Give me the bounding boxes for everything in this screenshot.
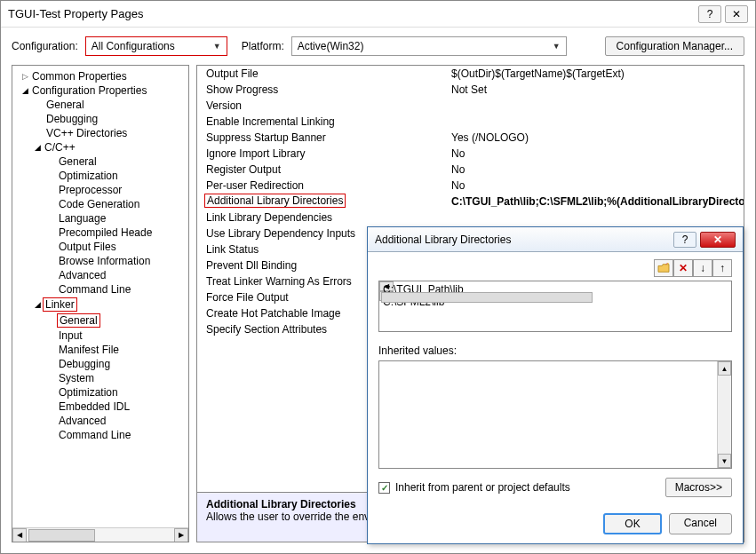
- property-value: Not Set: [446, 83, 744, 96]
- new-folder-button[interactable]: [654, 259, 673, 277]
- tree-cc-cmdline[interactable]: Command Line: [14, 282, 187, 297]
- tree-cc-codegen[interactable]: Code Generation: [14, 197, 187, 211]
- property-name: Additional Library Directories: [204, 194, 346, 208]
- tree-cc-optimization[interactable]: Optimization: [14, 169, 187, 183]
- tree-linker-cmdline[interactable]: Command Line: [14, 428, 187, 442]
- tree-debugging[interactable]: Debugging: [14, 112, 187, 126]
- close-button[interactable]: ✕: [725, 5, 748, 23]
- directory-listbox[interactable]: C:\TGUI_Path\libC:\SFML2\lib ◀ ▶: [378, 281, 732, 332]
- property-row[interactable]: Per-user RedirectionNo: [197, 178, 744, 194]
- configuration-dropdown[interactable]: All Configurations ▼: [85, 36, 227, 56]
- property-name: Link Library Dependencies: [197, 211, 446, 224]
- scroll-thumb[interactable]: [28, 529, 95, 542]
- property-name: Version: [197, 99, 446, 112]
- property-value: No: [446, 163, 744, 176]
- inherited-vscrollbar[interactable]: ▲ ▼: [717, 361, 731, 468]
- property-value: No: [446, 147, 744, 160]
- tree-linker-manifest[interactable]: Manifest File: [14, 343, 187, 357]
- tree-vc-directories[interactable]: VC++ Directories: [14, 126, 187, 140]
- window-title: TGUI-Test Property Pages: [8, 7, 695, 20]
- inherited-values-listbox[interactable]: ▲ ▼: [378, 360, 732, 469]
- property-row[interactable]: Additional Library DirectoriesC:\TGUI_Pa…: [197, 194, 744, 210]
- move-down-button[interactable]: ↓: [693, 259, 712, 277]
- scroll-right-icon[interactable]: ▶: [174, 528, 188, 542]
- subdialog-toolbar: ✕ ↓ ↑: [378, 259, 732, 277]
- cancel-button[interactable]: Cancel: [669, 513, 732, 534]
- tree-linker-system[interactable]: System: [14, 371, 187, 385]
- property-row[interactable]: Enable Incremental Linking: [197, 114, 744, 130]
- macros-button[interactable]: Macros>>: [665, 478, 732, 497]
- property-value: $(OutDir)$(TargetName)$(TargetExt): [446, 67, 744, 80]
- chevron-down-icon: ▼: [213, 42, 221, 51]
- tree-ccpp[interactable]: ◢C/C++: [14, 140, 187, 154]
- delete-icon: ✕: [679, 262, 688, 274]
- subdialog-titlebar: Additional Library Directories ? ✕: [368, 227, 743, 252]
- subdialog-bottom-row: ✓ Inherit from parent or project default…: [378, 478, 732, 497]
- property-value: No: [446, 179, 744, 192]
- tree-configuration-properties[interactable]: ◢Configuration Properties: [14, 83, 187, 98]
- tree-linker-advanced[interactable]: Advanced: [14, 414, 187, 428]
- property-name: Output File: [197, 67, 446, 80]
- tree-cc-preprocessor[interactable]: Preprocessor: [14, 183, 187, 197]
- close-button[interactable]: ✕: [700, 232, 736, 248]
- tree-cc-language[interactable]: Language: [14, 211, 187, 226]
- scroll-up-icon[interactable]: ▲: [718, 361, 731, 376]
- tree-linker-embedded[interactable]: Embedded IDL: [14, 400, 187, 414]
- inherit-checkbox-label[interactable]: Inherit from parent or project defaults: [395, 481, 570, 494]
- tree-cc-precomp[interactable]: Precompiled Heade: [14, 226, 187, 240]
- property-row[interactable]: Version: [197, 98, 744, 114]
- ok-button[interactable]: OK: [603, 513, 661, 534]
- chevron-down-icon: ▼: [553, 42, 561, 51]
- property-name: Suppress Startup Banner: [197, 131, 446, 144]
- arrow-down-icon: ◢: [32, 143, 43, 152]
- delete-button[interactable]: ✕: [673, 259, 693, 277]
- tree-hscrollbar[interactable]: ◀ ▶: [12, 527, 188, 542]
- scroll-track[interactable]: [27, 528, 174, 542]
- help-button[interactable]: ?: [698, 5, 721, 23]
- property-row[interactable]: Show ProgressNot Set: [197, 82, 744, 98]
- tree-linker-input[interactable]: Input: [14, 328, 187, 343]
- tree-general[interactable]: General: [14, 98, 187, 112]
- tree-cc-advanced[interactable]: Advanced: [14, 268, 187, 282]
- property-row[interactable]: Suppress Startup BannerYes (/NOLOGO): [197, 130, 744, 146]
- tree-cc-browse[interactable]: Browse Information: [14, 254, 187, 268]
- subdialog-body: ✕ ↓ ↑ C:\TGUI_Path\libC:\SFML2\lib ◀ ▶ I…: [368, 252, 743, 504]
- folder-icon: [657, 263, 670, 273]
- property-name: Enable Incremental Linking: [197, 115, 446, 128]
- property-row[interactable]: Ignore Import LibraryNo: [197, 146, 744, 162]
- move-up-button[interactable]: ↑: [712, 259, 732, 277]
- titlebar: TGUI-Test Property Pages ? ✕: [1, 1, 755, 28]
- config-row: Configuration: All Configurations ▼ Plat…: [1, 28, 755, 65]
- configuration-manager-button[interactable]: Configuration Manager...: [605, 36, 744, 56]
- tree-common-properties[interactable]: ▷Common Properties: [14, 69, 187, 83]
- property-value: C:\TGUI_Path\lib;C:\SFML2\lib;%(Addition…: [446, 195, 744, 208]
- help-button[interactable]: ?: [673, 232, 696, 248]
- tree-linker[interactable]: ◢Linker: [14, 297, 187, 313]
- property-name: Ignore Import Library: [197, 147, 446, 160]
- property-pages-window: TGUI-Test Property Pages ? ✕ Configurati…: [0, 0, 756, 554]
- property-name: Register Output: [197, 163, 446, 176]
- arrow-down-icon: ↓: [700, 262, 705, 274]
- configuration-label: Configuration:: [12, 40, 78, 52]
- property-name: Per-user Redirection: [197, 179, 446, 192]
- arrow-down-icon: ◢: [20, 86, 30, 95]
- inherit-checkbox[interactable]: ✓: [378, 482, 390, 494]
- tree-panel[interactable]: ▷Common Properties ◢Configuration Proper…: [12, 65, 189, 542]
- tree-cc-output[interactable]: Output Files: [14, 240, 187, 254]
- arrow-right-icon: ▷: [20, 72, 30, 81]
- tree-cc-general[interactable]: General: [14, 154, 187, 169]
- property-row[interactable]: Link Library Dependencies: [197, 210, 744, 226]
- platform-dropdown[interactable]: Active(Win32) ▼: [291, 36, 567, 56]
- property-name: Show Progress: [197, 83, 446, 96]
- property-row[interactable]: Register OutputNo: [197, 162, 744, 178]
- subdialog-title: Additional Library Directories: [375, 233, 673, 246]
- tree-linker-general[interactable]: General: [14, 313, 187, 328]
- inherited-values-label: Inherited values:: [378, 344, 732, 357]
- property-row[interactable]: Output File$(OutDir)$(TargetName)$(Targe…: [197, 66, 744, 82]
- scroll-thumb[interactable]: [381, 292, 593, 303]
- scroll-down-icon[interactable]: ▼: [718, 454, 731, 468]
- tree-linker-optimization[interactable]: Optimization: [14, 385, 187, 400]
- scroll-left-icon[interactable]: ◀: [12, 528, 27, 542]
- property-value: Yes (/NOLOGO): [446, 131, 744, 144]
- tree-linker-debugging[interactable]: Debugging: [14, 357, 187, 371]
